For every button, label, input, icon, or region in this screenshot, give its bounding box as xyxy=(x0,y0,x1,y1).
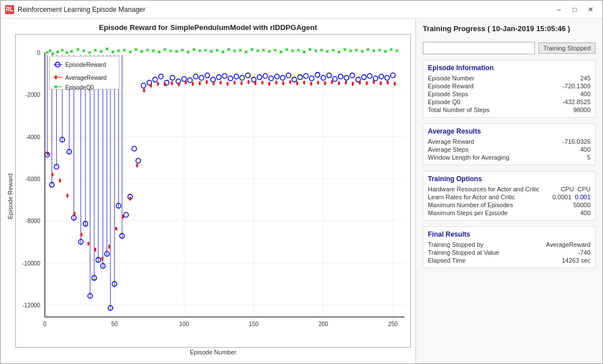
episode-steps-label: Episode Steps xyxy=(428,91,530,97)
svg-text:0: 0 xyxy=(43,321,46,327)
elapsed-time-label: Elapsed Time xyxy=(428,257,530,264)
chart-container[interactable]: 0 -2000 -4000 -6000 -8000 -10000 -12000 … xyxy=(15,34,411,348)
episode-reward-label: Episode Reward xyxy=(428,83,530,89)
stopped-by-label: Training Stopped by xyxy=(428,241,530,248)
avg-steps-label: Average Steps xyxy=(428,146,530,153)
episode-steps-value: 400 xyxy=(580,91,591,97)
info-row: Episode Number 245 xyxy=(428,74,591,82)
info-row: Learn Rates for Actor and Critic 0.0001 … xyxy=(428,193,591,201)
maximize-button[interactable]: □ xyxy=(567,3,582,16)
chart-wrapper: Episode Reward xyxy=(5,34,411,359)
learn-rates-value: 0.0001 0.001 xyxy=(553,194,591,200)
svg-text:EpisodeQ0: EpisodeQ0 xyxy=(65,84,94,90)
svg-text:-12000: -12000 xyxy=(22,302,40,309)
title-bar-left: RL Reinforcement Learning Episode Manage… xyxy=(5,5,145,14)
training-controls: Training Stopped xyxy=(423,42,596,54)
svg-text:-8000: -8000 xyxy=(26,218,40,224)
svg-text:50: 50 xyxy=(111,321,118,327)
svg-text:EpisodeReward: EpisodeReward xyxy=(65,62,106,68)
main-content: Episode Reward for SimplePendulumModel w… xyxy=(1,19,602,363)
svg-text:AverageReward: AverageReward xyxy=(65,74,107,80)
info-row: Elapsed Time 14263 sec xyxy=(428,256,591,264)
window-title: Reinforcement Learning Episode Manager xyxy=(18,6,145,14)
max-episodes-value: 50000 xyxy=(573,202,591,208)
average-results-section: Average Results Average Reward -716.0326… xyxy=(423,123,596,165)
chart-svg: 0 -2000 -4000 -6000 -8000 -10000 -12000 … xyxy=(16,35,410,347)
total-steps-label: Total Number of Steps xyxy=(428,106,530,113)
stopped-at-value: -740 xyxy=(578,249,591,256)
avg-reward-value: -716.0326 xyxy=(562,138,591,145)
info-row: Average Reward -716.0326 xyxy=(428,138,591,145)
svg-text:-10000: -10000 xyxy=(22,260,40,266)
max-steps-label: Maximum Steps per Episode xyxy=(428,209,530,216)
episode-q0-value: -432.8525 xyxy=(562,99,591,105)
info-row: Training Stopped by AverageReward xyxy=(428,241,591,249)
svg-text:250: 250 xyxy=(388,321,398,327)
stopped-at-label: Training Stopped at Value xyxy=(428,249,530,256)
episode-number-label: Episode Number xyxy=(428,75,530,82)
final-results-section: Final Results Training Stopped by Averag… xyxy=(423,226,596,268)
elapsed-time-value: 14263 sec xyxy=(562,257,591,264)
svg-text:0: 0 xyxy=(37,50,40,56)
title-bar: RL Reinforcement Learning Episode Manage… xyxy=(1,1,602,19)
minimize-button[interactable]: – xyxy=(551,3,566,16)
final-section-title: Final Results xyxy=(428,230,591,238)
hardware-label: Hardware Resources for Actor and Critic xyxy=(428,186,540,192)
info-row: Hardware Resources for Actor and Critic … xyxy=(428,185,591,193)
info-row: Maximum Steps per Episode 400 xyxy=(428,209,591,217)
svg-text:150: 150 xyxy=(249,321,258,327)
right-panel: Training Progress ( 10-Jan-2019 15:05:46… xyxy=(415,19,602,363)
info-row: Maximum Number of Episodes 50000 xyxy=(428,201,591,209)
panel-title: Training Progress ( 10-Jan-2019 15:05:46… xyxy=(423,24,596,33)
main-window: RL Reinforcement Learning Episode Manage… xyxy=(0,0,603,364)
average-section-title: Average Results xyxy=(428,127,591,135)
info-row: Episode Steps 400 xyxy=(428,90,591,98)
learn-rates-label: Learn Rates for Actor and Critic xyxy=(428,194,530,200)
svg-text:-6000: -6000 xyxy=(26,176,40,182)
y-axis-label: Episode Reward xyxy=(5,34,15,359)
app-icon: RL xyxy=(5,5,14,14)
episode-section-title: Episode Information xyxy=(428,64,591,72)
svg-text:-2000: -2000 xyxy=(26,92,40,98)
close-button[interactable]: ✕ xyxy=(583,3,598,16)
stopped-by-value: AverageReward xyxy=(546,241,591,248)
x-axis-label: Episode Number xyxy=(15,349,411,359)
svg-text:-4000: -4000 xyxy=(26,134,40,140)
episode-q0-label: Episode Q0 xyxy=(428,99,530,105)
chart-area: Episode Reward for SimplePendulumModel w… xyxy=(1,19,415,363)
max-episodes-label: Maximum Number of Episodes xyxy=(428,202,530,208)
info-row: Episode Reward -720.1309 xyxy=(428,82,591,90)
episode-reward-value: -720.1309 xyxy=(562,83,591,89)
info-row: Training Stopped at Value -740 xyxy=(428,249,591,256)
episode-number-value: 245 xyxy=(580,75,591,82)
svg-text:200: 200 xyxy=(319,321,328,327)
window-length-value: 5 xyxy=(587,154,591,161)
training-options-section: Training Options Hardware Resources for … xyxy=(423,171,596,221)
window-controls: – □ ✕ xyxy=(551,3,598,16)
episode-info-section: Episode Information Episode Number 245 E… xyxy=(423,60,596,118)
info-row: Total Number of Steps 98000 xyxy=(428,106,591,114)
info-row: Average Steps 400 xyxy=(428,145,591,153)
stop-button[interactable]: Training Stopped xyxy=(538,42,596,54)
max-steps-value: 400 xyxy=(580,209,591,216)
hardware-value: CPU CPU xyxy=(560,186,591,192)
avg-reward-label: Average Reward xyxy=(428,138,530,145)
avg-steps-value: 400 xyxy=(580,146,591,153)
info-row: Episode Q0 -432.8525 xyxy=(428,98,591,106)
info-row: Window Length for Averaging 5 xyxy=(428,153,591,161)
window-length-label: Window Length for Averaging xyxy=(428,154,530,161)
chart-title: Episode Reward for SimplePendulumModel w… xyxy=(5,23,411,32)
total-steps-value: 98000 xyxy=(573,106,591,113)
progress-bar xyxy=(423,42,535,54)
svg-text:100: 100 xyxy=(179,321,189,327)
training-section-title: Training Options xyxy=(428,175,591,183)
